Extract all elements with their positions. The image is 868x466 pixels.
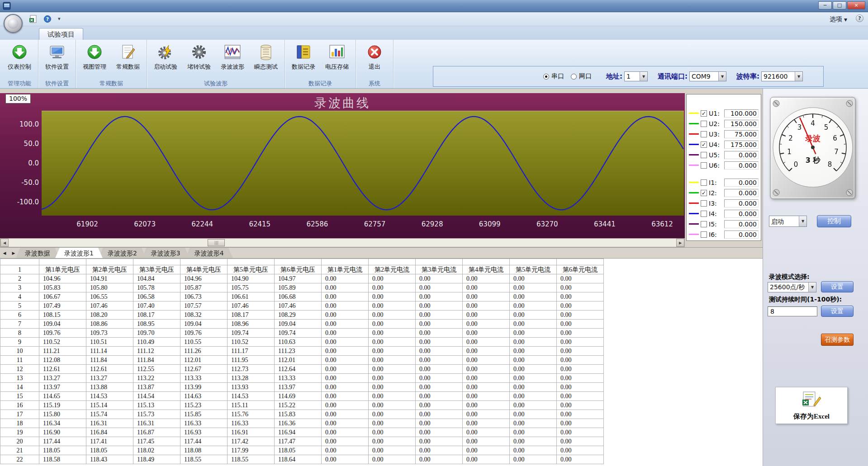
cell[interactable]: 0.00 (416, 410, 463, 419)
cell[interactable]: 0.00 (510, 301, 557, 311)
cell[interactable]: 0.00 (557, 374, 604, 383)
cell[interactable]: 0.00 (557, 338, 604, 347)
cell[interactable]: 104.97 (275, 274, 322, 283)
cell[interactable]: 111.84 (133, 356, 180, 365)
cell[interactable]: 0.00 (557, 383, 604, 392)
cell[interactable]: 115.14 (86, 401, 133, 410)
cell[interactable]: 117.41 (86, 437, 133, 446)
column-header[interactable]: 第2单元电压 (86, 265, 133, 274)
duration-input[interactable] (768, 306, 817, 316)
cell[interactable]: 0.00 (510, 419, 557, 428)
cell[interactable]: 112.61 (86, 365, 133, 374)
cell[interactable]: 0.00 (463, 338, 510, 347)
address-select[interactable]: 1 ▼ (624, 71, 648, 81)
cell[interactable]: 117.99 (228, 446, 275, 455)
cell[interactable]: 0.00 (322, 374, 369, 383)
scrollbar-thumb[interactable] (208, 239, 225, 246)
cell[interactable]: 0.00 (463, 401, 510, 410)
cell[interactable]: 107.46 (228, 301, 275, 311)
cell[interactable]: 116.34 (39, 419, 86, 428)
row-number[interactable]: 10 (0, 347, 39, 356)
column-header[interactable]: 第3单元电压 (133, 265, 180, 274)
ribbon-button[interactable]: 电压存储 (321, 41, 353, 71)
cell[interactable]: 0.00 (369, 428, 416, 437)
cell[interactable]: 106.68 (275, 292, 322, 301)
cell[interactable]: 118.05 (275, 446, 322, 455)
cell[interactable]: 110.49 (133, 338, 180, 347)
cell[interactable]: 0.00 (369, 283, 416, 292)
cell[interactable]: 113.97 (39, 383, 86, 392)
cell[interactable]: 0.00 (510, 320, 557, 329)
cell[interactable]: 109.76 (180, 329, 228, 338)
column-header[interactable]: 第6单元电流 (557, 265, 604, 274)
cell[interactable]: 111.14 (86, 347, 133, 356)
row-number[interactable]: 2 (0, 274, 39, 283)
cell[interactable]: 105.83 (39, 283, 86, 292)
ribbon-button[interactable]: 启动试验 (149, 41, 182, 71)
cell[interactable]: 0.00 (510, 365, 557, 374)
cell[interactable]: 0.00 (369, 437, 416, 446)
cell[interactable]: 114.53 (86, 392, 133, 401)
cell[interactable]: 0.00 (510, 428, 557, 437)
options-menu[interactable]: 选项 ▾ (830, 15, 847, 24)
cell[interactable]: 0.00 (463, 301, 510, 311)
cell[interactable]: 0.00 (557, 311, 604, 320)
cell[interactable]: 0.00 (416, 283, 463, 292)
column-header[interactable]: 第5单元电压 (228, 265, 275, 274)
cell[interactable]: 113.22 (133, 374, 180, 383)
cell[interactable]: 112.08 (39, 356, 86, 365)
row-number[interactable]: 16 (0, 401, 39, 410)
cell[interactable]: 0.00 (322, 347, 369, 356)
cell[interactable]: 0.00 (557, 419, 604, 428)
cell[interactable]: 112.64 (275, 365, 322, 374)
cell[interactable]: 106.73 (180, 292, 228, 301)
cell[interactable]: 0.00 (463, 347, 510, 356)
cell[interactable]: 0.00 (322, 311, 369, 320)
cell[interactable]: 0.00 (510, 356, 557, 365)
cell[interactable]: 105.87 (180, 283, 228, 292)
cell[interactable]: 0.00 (463, 383, 510, 392)
cell[interactable]: 115.22 (275, 401, 322, 410)
cell[interactable]: 110.55 (180, 338, 228, 347)
channel-checkbox[interactable] (701, 162, 707, 169)
row-number[interactable]: 4 (0, 292, 39, 301)
cell[interactable]: 0.00 (369, 338, 416, 347)
cell[interactable]: 109.04 (275, 320, 322, 329)
cell[interactable]: 0.00 (557, 274, 604, 283)
cell[interactable]: 0.00 (510, 292, 557, 301)
control-button[interactable]: 控制 (817, 215, 851, 227)
channel-checkbox[interactable] (701, 221, 707, 227)
cell[interactable]: 0.00 (463, 437, 510, 446)
cell[interactable]: 0.00 (557, 410, 604, 419)
scroll-left-button[interactable]: ◀ (0, 239, 9, 247)
cell[interactable]: 0.00 (510, 446, 557, 455)
cell[interactable]: 111.84 (86, 356, 133, 365)
maximize-button[interactable]: □ (833, 1, 846, 9)
cell[interactable]: 0.00 (557, 446, 604, 455)
cell[interactable]: 114.53 (228, 392, 275, 401)
cell[interactable]: 0.00 (510, 383, 557, 392)
cell[interactable]: 0.00 (463, 283, 510, 292)
cell[interactable]: 112.61 (39, 365, 86, 374)
cell[interactable]: 0.00 (369, 419, 416, 428)
cell[interactable]: 0.00 (510, 329, 557, 338)
cell[interactable]: 0.00 (416, 274, 463, 283)
cell[interactable]: 114.54 (133, 392, 180, 401)
cell[interactable]: 107.46 (86, 301, 133, 311)
sheet-tab-录波波形4[interactable]: 录波波形4 (185, 248, 233, 258)
cell[interactable]: 0.00 (322, 419, 369, 428)
cell[interactable]: 0.00 (416, 428, 463, 437)
cell[interactable]: 104.90 (228, 274, 275, 283)
cell[interactable]: 107.57 (180, 301, 228, 311)
cell[interactable]: 0.00 (510, 401, 557, 410)
row-number[interactable]: 21 (0, 446, 39, 455)
cell[interactable]: 0.00 (463, 374, 510, 383)
channel-checkbox[interactable] (701, 231, 707, 238)
row-number[interactable]: 18 (0, 419, 39, 428)
cell[interactable]: 0.00 (510, 392, 557, 401)
cell[interactable]: 0.00 (510, 455, 557, 464)
cell[interactable]: 115.13 (133, 401, 180, 410)
mode-set-button[interactable]: 设置 (821, 281, 854, 292)
cell[interactable]: 116.36 (275, 419, 322, 428)
cell[interactable]: 113.28 (228, 374, 275, 383)
